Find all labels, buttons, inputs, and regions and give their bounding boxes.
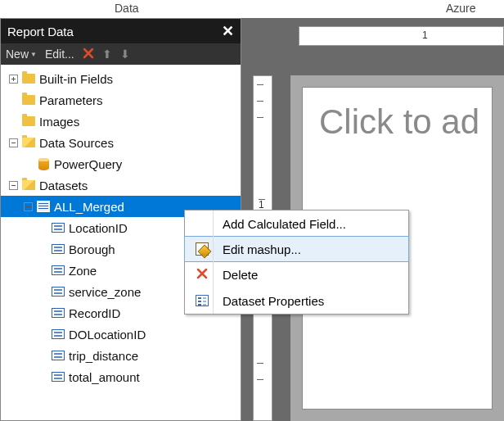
folder-icon bbox=[22, 95, 35, 105]
move-down-icon[interactable]: ⬇ bbox=[120, 48, 130, 61]
toolbar-edit-label: Edit... bbox=[45, 48, 74, 61]
menu-azure[interactable]: Azure bbox=[446, 2, 476, 15]
tree-field[interactable]: trip_distance bbox=[1, 345, 241, 366]
tree-field[interactable]: DOLocationID bbox=[1, 324, 241, 345]
panel-title: Report Data bbox=[7, 25, 74, 38]
tree-label: Parameters bbox=[39, 93, 103, 107]
tree-label: Zone bbox=[69, 264, 97, 278]
ruler-tick-label: 1 bbox=[422, 29, 428, 41]
field-icon bbox=[52, 287, 65, 297]
tree-label: Datasets bbox=[39, 179, 88, 192]
field-icon bbox=[52, 308, 65, 318]
expander-minus-icon[interactable] bbox=[9, 181, 18, 190]
menu-label: Dataset Properties bbox=[223, 294, 400, 308]
menu-edit-mashup[interactable]: Edit mashup... bbox=[184, 236, 409, 262]
tree-data-sources[interactable]: Data Sources bbox=[1, 132, 241, 153]
chevron-down-icon: ▼ bbox=[30, 51, 37, 58]
field-icon bbox=[52, 244, 65, 254]
tree-label: Images bbox=[39, 115, 79, 129]
datasource-icon bbox=[38, 158, 49, 170]
move-up-icon[interactable]: ⬆ bbox=[102, 48, 112, 61]
tree-label: Borough bbox=[69, 242, 115, 256]
tree-label: LocationID bbox=[69, 221, 128, 235]
horizontal-ruler: 1 bbox=[299, 26, 504, 46]
panel-title-bar: Report Data ✕ bbox=[1, 19, 241, 43]
toolbar-delete-icon[interactable] bbox=[83, 48, 94, 61]
tree-label: total_amount bbox=[69, 370, 140, 384]
close-icon[interactable]: ✕ bbox=[222, 22, 234, 40]
edit-icon bbox=[196, 242, 209, 256]
menu-delete[interactable]: Delete bbox=[185, 261, 408, 287]
menu-label: Delete bbox=[223, 268, 400, 282]
field-icon bbox=[52, 351, 65, 360]
field-icon bbox=[52, 265, 65, 275]
tree-label: service_zone bbox=[69, 285, 141, 299]
toolbar-new-label: New bbox=[6, 48, 29, 61]
tree-datasets[interactable]: Datasets bbox=[1, 174, 241, 196]
menu-label: Edit mashup... bbox=[223, 242, 400, 256]
tree-label: PowerQuery bbox=[54, 157, 122, 171]
tree-powerquery[interactable]: PowerQuery bbox=[1, 153, 241, 174]
panel-toolbar: New ▼ Edit... ⬆ ⬇ bbox=[1, 43, 241, 65]
properties-icon bbox=[196, 295, 209, 306]
dataset-icon bbox=[37, 201, 50, 212]
menu-dataset-properties[interactable]: Dataset Properties bbox=[185, 287, 408, 314]
menu-data[interactable]: Data bbox=[115, 2, 139, 15]
toolbar-edit[interactable]: Edit... bbox=[45, 48, 74, 61]
dataset-context-menu: Add Calculated Field... Edit mashup... D… bbox=[184, 210, 409, 315]
menu-label: Add Calculated Field... bbox=[223, 217, 400, 231]
field-icon bbox=[52, 223, 65, 233]
delete-icon bbox=[196, 268, 208, 282]
main-menu-bar: Data Azure bbox=[0, 0, 504, 18]
tree-label: Built-in Fields bbox=[39, 72, 113, 86]
tree-label: RecordID bbox=[69, 306, 120, 320]
title-placeholder[interactable]: Click to ad bbox=[319, 102, 475, 142]
field-icon bbox=[52, 372, 65, 382]
folder-open-icon bbox=[22, 180, 35, 190]
tree-parameters[interactable]: Parameters bbox=[1, 89, 241, 111]
tree-label: DOLocationID bbox=[69, 328, 146, 342]
tree-label: Data Sources bbox=[39, 136, 114, 150]
expander-minus-icon[interactable] bbox=[9, 138, 18, 147]
ruler-tick-label: 1 bbox=[259, 199, 265, 200]
tree-label: trip_distance bbox=[69, 349, 138, 363]
expander-plus-icon[interactable] bbox=[9, 75, 18, 84]
folder-icon bbox=[22, 74, 35, 84]
tree-builtin-fields[interactable]: Built-in Fields bbox=[1, 68, 241, 89]
tree-field[interactable]: total_amount bbox=[1, 366, 241, 387]
field-icon bbox=[52, 329, 65, 339]
folder-open-icon bbox=[22, 138, 35, 147]
tree-images[interactable]: Images bbox=[1, 111, 241, 132]
folder-icon bbox=[22, 116, 35, 126]
toolbar-new[interactable]: New ▼ bbox=[6, 48, 37, 61]
menu-add-calculated-field[interactable]: Add Calculated Field... bbox=[185, 210, 408, 237]
expander-minus-icon[interactable] bbox=[24, 202, 33, 211]
tree-label: ALL_Merged bbox=[54, 200, 124, 214]
